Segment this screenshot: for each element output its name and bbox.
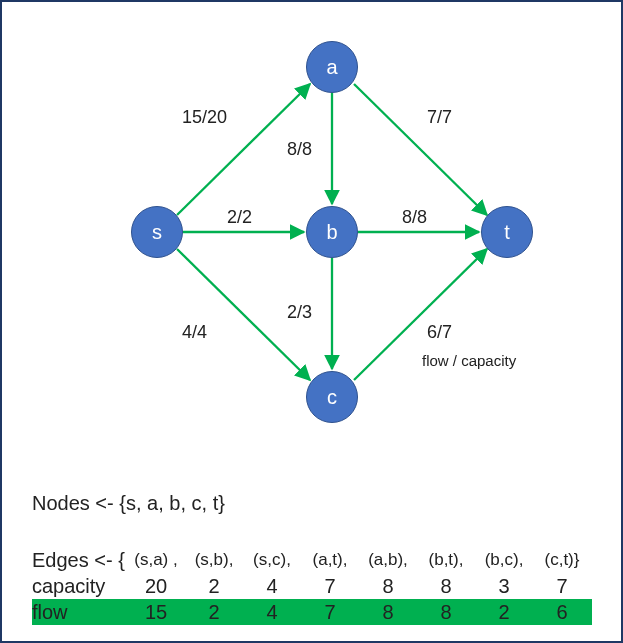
node-s: s <box>131 206 183 258</box>
node-t-label: t <box>504 221 510 244</box>
graph-area: s a b c t 15/20 2/2 4/4 8/8 7/7 8/8 2/3 … <box>2 2 623 452</box>
edge-label-bt: 8/8 <box>402 207 427 228</box>
flow-cell: 8 <box>417 601 475 624</box>
flow-label: flow <box>32 601 127 624</box>
edge-pair: (b,t), <box>417 550 475 570</box>
svg-line-4 <box>354 84 487 215</box>
edge-pair: (s,c), <box>243 550 301 570</box>
flow-cell: 7 <box>301 601 359 624</box>
edge-label-at: 7/7 <box>427 107 452 128</box>
capacity-row: capacity 20 2 4 7 8 8 3 7 <box>32 573 591 599</box>
flow-cell: 6 <box>533 601 591 624</box>
edge-label-ct: 6/7 <box>427 322 452 343</box>
node-t: t <box>481 206 533 258</box>
edge-label-sc: 4/4 <box>182 322 207 343</box>
flow-values: 15 2 4 7 8 8 2 6 <box>127 601 591 624</box>
edges-definition-row: Edges <- { (s,a) , (s,b), (s,c), (a,t), … <box>32 547 591 573</box>
edge-label-ab: 8/8 <box>287 139 312 160</box>
edge-label-bc: 2/3 <box>287 302 312 323</box>
edge-pair: (c,t)} <box>533 550 591 570</box>
nodes-definition: Nodes <- {s, a, b, c, t} <box>32 492 225 515</box>
capacity-cell: 8 <box>417 575 475 598</box>
node-a-label: a <box>326 56 337 79</box>
edge-pair: (b,c), <box>475 550 533 570</box>
node-s-label: s <box>152 221 162 244</box>
flow-cell: 4 <box>243 601 301 624</box>
node-a: a <box>306 41 358 93</box>
capacity-cell: 7 <box>533 575 591 598</box>
node-b-label: b <box>326 221 337 244</box>
node-c-label: c <box>327 386 337 409</box>
flow-cell: 15 <box>127 601 185 624</box>
edge-pair: (s,b), <box>185 550 243 570</box>
capacity-cell: 8 <box>359 575 417 598</box>
capacity-values: 20 2 4 7 8 8 3 7 <box>127 575 591 598</box>
capacity-cell: 20 <box>127 575 185 598</box>
capacity-label: capacity <box>32 575 127 598</box>
edge-label-sa: 15/20 <box>182 107 227 128</box>
edges-list: (s,a) , (s,b), (s,c), (a,t), (a,b), (b,t… <box>127 550 591 570</box>
capacity-cell: 4 <box>243 575 301 598</box>
diagram-frame: s a b c t 15/20 2/2 4/4 8/8 7/7 8/8 2/3 … <box>0 0 623 643</box>
edge-pair: (a,t), <box>301 550 359 570</box>
edge-pair: (a,b), <box>359 550 417 570</box>
flow-cell: 8 <box>359 601 417 624</box>
edge-label-sb: 2/2 <box>227 207 252 228</box>
capacity-cell: 2 <box>185 575 243 598</box>
legend-text: flow / capacity <box>422 352 516 369</box>
edges-label: Edges <- { <box>32 549 127 572</box>
node-b: b <box>306 206 358 258</box>
flow-cell: 2 <box>185 601 243 624</box>
capacity-cell: 7 <box>301 575 359 598</box>
edge-pair: (s,a) , <box>127 550 185 570</box>
flow-cell: 2 <box>475 601 533 624</box>
node-c: c <box>306 371 358 423</box>
flow-row: flow 15 2 4 7 8 8 2 6 <box>32 599 592 625</box>
capacity-cell: 3 <box>475 575 533 598</box>
